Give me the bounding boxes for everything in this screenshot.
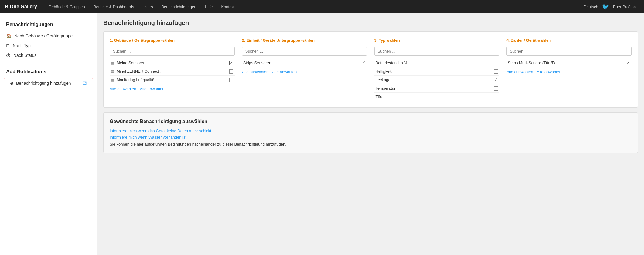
column-1: 1. Gebäude / Gerätegruppe wählen ▤ Meine… [110,38,235,101]
language-selector[interactable]: Deutsch [584,5,598,9]
sidebar-item-label-buildings: Nach Gebäude / Gerätegruppe [14,33,73,38]
folder-icon: ▤ [111,78,114,82]
profile-menu[interactable]: Euer Profilna... [613,5,639,9]
page-title: Benachrichtigung hinzufügen [103,19,638,26]
col1-title: 1. Gebäude / Gerätegruppe wählen [110,38,235,43]
bottom-card-title: Gewünschte Benachrichtigung auswählen [110,119,632,124]
checkbox-unchecked[interactable] [229,69,233,74]
bottom-card: Gewünschte Benachrichtigung auswählen In… [103,112,638,153]
nav-link-users[interactable]: Users [138,0,157,13]
col3-title: 3. Typ wählen [374,38,499,43]
checkbox-checked[interactable] [229,61,233,65]
nav-link-buildings[interactable]: Gebäude & Gruppen [44,0,89,13]
checkbox-unchecked[interactable] [229,78,233,82]
item-label: Strips Multi-Sensor (Tür-/Fen... [508,60,624,65]
sidebar-item-by-status[interactable]: ⏻ Nach Status [0,50,97,60]
list-item[interactable]: ▤ Monitoring Luftqualität ... [110,76,235,84]
home-icon: 🏠 [6,33,11,38]
sidebar-item-by-type[interactable]: ⊞ Nach Typ [0,41,97,50]
sidebar-section2-title: Add Notifications [0,65,97,77]
column-4: 4. Zähler / Gerät wählen Strips Multi-Se… [506,38,632,101]
nav-link-help[interactable]: Hilfe [200,0,217,13]
power-icon: ⏻ [6,53,10,58]
sidebar-item-by-building[interactable]: 🏠 Nach Gebäude / Gerätegruppe [0,31,97,41]
item-label: Leckage [376,78,492,82]
checkbox-unchecked[interactable] [494,95,498,99]
nav-link-reports[interactable]: Berichte & Dashboards [89,0,138,13]
item-label: Minol ZENNER Connect ... [117,69,227,74]
checkbox-unchecked[interactable] [494,61,498,65]
col2-title: 2. Einheit / Geräte Untergruppe wählen [242,38,367,43]
page-layout: Benachrichtigungen 🏠 Nach Gebäude / Gerä… [0,13,644,255]
notification-hint: Sie können die hier aufgeführten Bedingu… [110,142,632,146]
checkbox-checked[interactable] [494,78,498,82]
deselect-all-link[interactable]: Alle abwählen [140,87,164,91]
navbar: B.One Gallery Gebäude & Gruppen Berichte… [0,0,644,13]
col4-select-links: Alle auswählen Alle abwählen [506,70,632,74]
check-blue-icon: ☑ [83,81,87,86]
navbar-nav: Gebäude & Gruppen Berichte & Dashboards … [44,0,584,13]
nav-link-contact[interactable]: Kontakt [217,0,239,13]
top-card: 1. Gebäude / Gerätegruppe wählen ▤ Meine… [103,31,638,108]
column-3: 3. Typ wählen Batteriestand in % Helligk… [374,38,499,101]
plus-icon: ⊕ [10,81,14,86]
grid-icon: ⊞ [6,43,10,48]
list-item[interactable]: ▤ Minol ZENNER Connect ... [110,67,235,76]
notification-link-1[interactable]: Informiere mich wenn Wasser vorhanden is… [110,135,632,140]
item-label: Meine Sensoren [117,60,227,65]
list-item[interactable]: Temperatur [374,84,499,93]
list-item[interactable]: Türe [374,93,499,101]
sidebar-divider [0,63,97,63]
navbar-brand: B.One Gallery [5,4,37,9]
navbar-right: Deutsch 🐦 Euer Profilna... [584,3,639,10]
notification-link-0[interactable]: Informiere mich wenn das Gerät keine Dat… [110,129,632,133]
checkbox-checked[interactable] [626,61,630,65]
col4-title: 4. Zähler / Gerät wählen [506,38,632,43]
item-label: Helligkeit [376,69,492,74]
col1-select-links: Alle auswählen Alle abwählen [110,87,235,91]
folder-icon: ▤ [111,69,114,74]
list-item[interactable]: Strips Sensoren [242,59,367,67]
item-label: Türe [376,95,492,99]
list-item[interactable]: Leckage [374,76,499,84]
checkbox-unchecked[interactable] [494,69,498,74]
sidebar-section1-title: Benachrichtigungen [0,19,97,31]
select-all-link[interactable]: Alle auswählen [506,70,533,74]
list-item[interactable]: ▤ Meine Sensoren [110,59,235,67]
item-label: Temperatur [376,86,492,91]
list-item[interactable]: Batteriestand in % [374,59,499,67]
list-item[interactable]: Helligkeit [374,67,499,76]
select-all-link[interactable]: Alle auswählen [110,87,136,91]
col2-select-links: Alle auswählen Alle abwählen [242,70,367,74]
col4-search-input[interactable] [506,47,632,56]
folder-icon: ▤ [111,61,114,65]
col3-search-input[interactable] [374,47,499,56]
deselect-all-link[interactable]: Alle abwählen [272,70,297,74]
item-label: Strips Sensoren [243,60,359,65]
add-notification-label: Benachrichtigung hinzufügen [16,81,80,86]
add-notification-item[interactable]: ⊕ Benachrichtigung hinzufügen ☑ [4,78,93,88]
checkbox-checked[interactable] [362,61,366,65]
main-content: Benachrichtigung hinzufügen 1. Gebäude /… [97,13,644,255]
col1-search-input[interactable] [110,47,235,56]
col2-search-input[interactable] [242,47,367,56]
deselect-all-link[interactable]: Alle abwählen [537,70,561,74]
list-item[interactable]: Strips Multi-Sensor (Tür-/Fen... [506,59,632,67]
item-label: Batteriestand in % [376,60,492,65]
checkbox-unchecked[interactable] [494,86,498,91]
sidebar-item-label-status: Nach Status [13,53,36,58]
nav-link-notifications[interactable]: Benachrichtigungen [157,0,200,13]
bird-icon: 🐦 [602,3,609,10]
sidebar: Benachrichtigungen 🏠 Nach Gebäude / Gerä… [0,13,97,255]
columns-grid: 1. Gebäude / Gerätegruppe wählen ▤ Meine… [110,38,632,101]
select-all-link[interactable]: Alle auswählen [242,70,268,74]
column-2: 2. Einheit / Geräte Untergruppe wählen S… [242,38,367,101]
item-label: Monitoring Luftqualität ... [117,78,227,82]
sidebar-item-label-type: Nach Typ [13,43,31,48]
